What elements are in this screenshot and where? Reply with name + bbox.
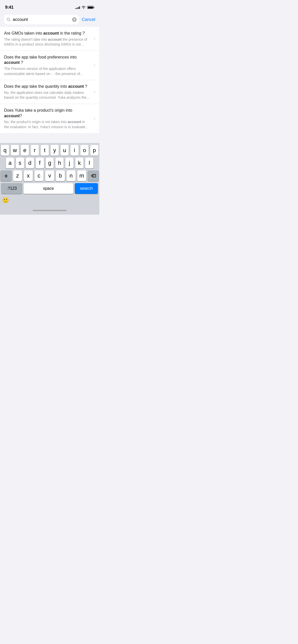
- chevron-right-icon: ›: [94, 89, 95, 95]
- clear-button[interactable]: ✕: [72, 17, 77, 22]
- result-item[interactable]: Are GMOs taken into account in the ratin…: [0, 27, 99, 51]
- keyboard: q w e r t y u i o p a s d f g h j k l: [0, 143, 99, 215]
- key-v[interactable]: v: [45, 170, 54, 181]
- key-x[interactable]: x: [24, 170, 33, 181]
- result-preview: The Premium version of the application o…: [4, 66, 91, 76]
- home-indicator: [33, 210, 67, 211]
- key-z[interactable]: z: [13, 170, 22, 181]
- key-w[interactable]: w: [11, 145, 19, 156]
- result-content: Does the app take the quantity into acco…: [4, 84, 94, 100]
- key-e[interactable]: e: [21, 145, 29, 156]
- result-preview: The rating doesn't take into account the…: [4, 37, 91, 47]
- key-j[interactable]: j: [65, 158, 74, 168]
- key-b[interactable]: b: [56, 170, 65, 181]
- key-row-2: a s d f g h j k l: [1, 158, 99, 168]
- battery-icon: [87, 6, 94, 9]
- key-s[interactable]: s: [16, 158, 24, 168]
- key-h[interactable]: h: [55, 158, 64, 168]
- signal-icon: [75, 6, 80, 9]
- search-input-wrapper[interactable]: ✕: [4, 15, 79, 24]
- key-p[interactable]: p: [90, 145, 99, 156]
- key-a[interactable]: a: [6, 158, 14, 168]
- result-title: Does Yuka take a product's origin into a…: [4, 108, 91, 119]
- results-list: Are GMOs taken into account in the ratin…: [0, 27, 99, 133]
- key-f[interactable]: f: [36, 158, 44, 168]
- emoji-row: 🙂: [0, 195, 99, 206]
- keyboard-rows: q w e r t y u i o p a s d f g h j k l: [0, 143, 99, 194]
- space-key[interactable]: space: [23, 183, 73, 194]
- cancel-button[interactable]: Cancel: [82, 17, 95, 22]
- status-icons: [75, 6, 94, 9]
- key-o[interactable]: o: [80, 145, 89, 156]
- search-bar: ✕ Cancel: [0, 13, 99, 27]
- search-input[interactable]: [13, 17, 70, 22]
- backspace-key[interactable]: [88, 170, 99, 181]
- result-content: Are GMOs taken into account in the ratin…: [4, 31, 94, 47]
- key-n[interactable]: n: [66, 170, 76, 181]
- result-title: Does the app take food preferences into …: [4, 54, 91, 65]
- key-q[interactable]: q: [1, 145, 9, 156]
- result-item[interactable]: Does the app take food preferences into …: [0, 51, 99, 80]
- key-m[interactable]: m: [77, 170, 86, 181]
- result-preview: No, the application does not calculate d…: [4, 90, 91, 100]
- home-indicator-bar: [0, 206, 99, 215]
- chevron-right-icon: ›: [94, 36, 95, 41]
- result-item[interactable]: Does Yuka take a product's origin into a…: [0, 104, 99, 133]
- key-k[interactable]: k: [75, 158, 84, 168]
- key-g[interactable]: g: [46, 158, 54, 168]
- shift-key[interactable]: [1, 170, 11, 181]
- key-c[interactable]: c: [34, 170, 44, 181]
- emoji-button[interactable]: 🙂: [2, 197, 9, 204]
- chevron-right-icon: ›: [94, 63, 95, 68]
- search-icon: [7, 18, 11, 22]
- chevron-right-icon: ›: [94, 116, 95, 121]
- key-row-3: z x c v b n m: [1, 170, 99, 181]
- result-preview: No, the product's origin is not taken in…: [4, 120, 91, 129]
- result-item[interactable]: Does the app take the quantity into acco…: [0, 80, 99, 104]
- result-content: Does the app take food preferences into …: [4, 54, 94, 76]
- result-title: Are GMOs taken into account in the ratin…: [4, 31, 91, 36]
- key-r[interactable]: r: [31, 145, 39, 156]
- key-y[interactable]: y: [50, 145, 59, 156]
- key-d[interactable]: d: [26, 158, 34, 168]
- key-row-1: q w e r t y u i o p: [1, 145, 99, 156]
- key-u[interactable]: u: [60, 145, 69, 156]
- key-row-4: .?123 space search: [1, 183, 99, 194]
- key-t[interactable]: t: [40, 145, 49, 156]
- search-key[interactable]: search: [75, 183, 98, 194]
- key-i[interactable]: i: [70, 145, 79, 156]
- key-l[interactable]: l: [85, 158, 93, 168]
- status-bar: 9:41: [0, 0, 99, 13]
- status-time: 9:41: [5, 5, 13, 10]
- result-content: Does Yuka take a product's origin into a…: [4, 108, 94, 129]
- wifi-icon: [82, 6, 86, 9]
- result-title: Does the app take the quantity into acco…: [4, 84, 91, 89]
- number-key[interactable]: .?123: [2, 183, 22, 194]
